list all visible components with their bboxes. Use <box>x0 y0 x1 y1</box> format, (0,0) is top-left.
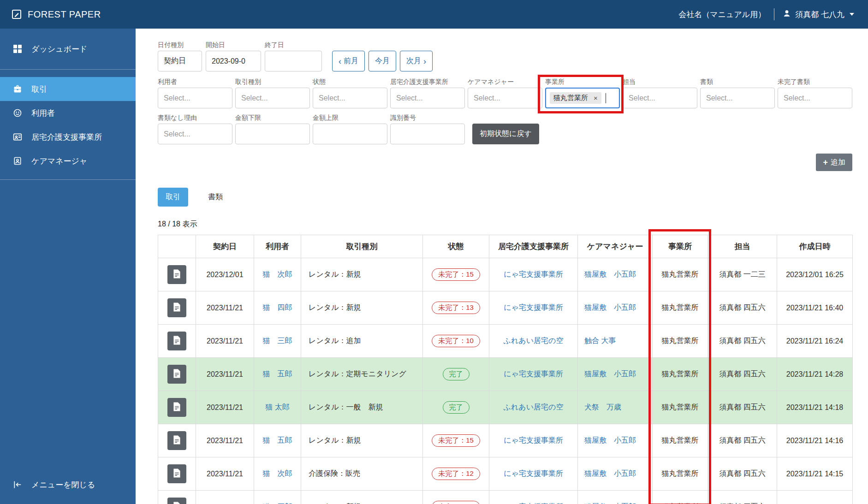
header-care-manager: ケアマネジャー <box>578 235 653 258</box>
support-office-link[interactable]: にゃ宅支援事業所 <box>504 303 563 311</box>
table-row: 2023/11/21 猫 次郎 介護保険：販売 未完了：12 にゃ宅支援事業所 … <box>158 457 853 491</box>
filter-care-manager-select[interactable]: Select... <box>468 88 542 108</box>
document-button[interactable] <box>167 332 186 350</box>
cell-branch-office: 猫丸営業所 <box>653 457 708 491</box>
status-badge: 完了 <box>443 401 470 414</box>
cell-contract-date: 2023/11/21 <box>196 325 254 358</box>
cell-staff: 須真都 四五六 <box>708 391 777 424</box>
chip-remove-icon[interactable]: × <box>590 93 601 103</box>
support-office-link[interactable]: ふれあい居宅の空 <box>504 337 564 344</box>
document-icon <box>173 502 181 504</box>
document-icon <box>173 402 181 413</box>
user-icon <box>783 9 791 20</box>
user-menu[interactable]: 須真都 七八九 <box>783 9 854 20</box>
document-icon <box>173 336 181 346</box>
next-month-button[interactable]: 次月› <box>400 51 433 71</box>
cell-contract-date: 2023/12/01 <box>196 258 254 291</box>
care-manager-link[interactable]: 猫屋敷 小五郎 <box>584 270 636 278</box>
tab-documents[interactable]: 書類 <box>200 188 231 207</box>
care-manager-link[interactable]: 猫屋敷 小五郎 <box>584 469 636 477</box>
document-icon <box>173 468 181 479</box>
document-button[interactable] <box>167 431 186 450</box>
header-transaction-type: 取引種別 <box>301 235 423 258</box>
prev-month-button[interactable]: ‹前月 <box>332 51 365 71</box>
cell-created-at: 2023/11/21 14:28 <box>777 358 853 391</box>
user-link[interactable]: 猫 次郎 <box>263 270 292 278</box>
date-type-select[interactable]: 契約日 <box>158 51 202 71</box>
end-date-input[interactable] <box>265 51 322 71</box>
filter-status-select[interactable]: Select... <box>313 88 387 108</box>
address-card-icon <box>12 132 23 142</box>
care-manager-link[interactable]: 猫屋敷 小五郎 <box>584 436 636 444</box>
sidebar-item-care-manager[interactable]: ケアマネージャ <box>0 149 136 173</box>
document-button[interactable] <box>167 498 186 504</box>
user-link[interactable]: 猫 太郎 <box>265 403 289 411</box>
sidebar-item-transactions[interactable]: 取引 <box>0 77 136 101</box>
filter-label: 日付種別 <box>158 41 202 48</box>
filter-row-extra: 書類なし理由 Select... 金額下限 金額上限 識別番号 初期状態に戻す <box>158 114 868 144</box>
sidebar-close-menu[interactable]: メニューを閉じる <box>0 470 136 499</box>
care-manager-link[interactable]: 犬祭 万歳 <box>584 403 621 411</box>
support-office-link[interactable]: ふれあい居宅の空 <box>504 403 564 411</box>
user-link[interactable]: 猫 次郎 <box>263 469 292 477</box>
support-office-link[interactable]: にゃ宅支援事業所 <box>504 270 563 278</box>
cell-branch-office: 猫丸営業所 <box>653 391 708 424</box>
table-row: 2023/11/21 猫 三郎 レンタル：追加 未完了：10 ふれあい居宅の空 … <box>158 325 853 358</box>
cell-contract-date: 2023/11/21 <box>196 424 254 457</box>
sidebar-item-support-office[interactable]: 居宅介護支援事業所 <box>0 125 136 149</box>
header-branch-office: 事業所 <box>653 235 708 258</box>
start-date-input[interactable] <box>206 51 261 71</box>
header-contract-date: 契約日 <box>196 235 254 258</box>
table-row: 2023/11/21 猫 三郎 レンタル：新規 未完了：15 にゃ宅支援事業所 … <box>158 491 853 504</box>
filter-label: 終了日 <box>265 41 322 48</box>
document-button[interactable] <box>167 398 186 417</box>
filter-label: 未完了書類 <box>778 78 852 85</box>
id-number-input[interactable] <box>390 124 465 144</box>
sidebar-item-label: ダッシュボード <box>31 44 87 54</box>
sidebar-item-users[interactable]: 利用者 <box>0 101 136 125</box>
user-link[interactable]: 猫 四郎 <box>263 303 292 311</box>
user-link[interactable]: 猫 五郎 <box>263 436 292 444</box>
user-link[interactable]: 猫 三郎 <box>263 337 292 344</box>
cell-transaction-type: レンタル：追加 <box>301 325 423 358</box>
result-count: 18 / 18 表示 <box>158 219 868 229</box>
company-name: 会社名（マニュアル用） <box>678 9 766 20</box>
user-link[interactable]: 猫 五郎 <box>263 370 292 378</box>
header-user: 利用者 <box>254 235 301 258</box>
filter-documents-select[interactable]: Select... <box>700 88 775 108</box>
document-button[interactable] <box>167 365 186 384</box>
filter-no-doc-reason-select[interactable]: Select... <box>158 124 232 144</box>
user-smile-icon <box>12 108 23 118</box>
header-created-at: 作成日時 <box>777 235 853 258</box>
brand: FOREST PAPER <box>11 8 101 20</box>
care-manager-link[interactable]: 猫屋敷 小五郎 <box>584 303 636 311</box>
filter-transaction-type-select[interactable]: Select... <box>235 88 310 108</box>
document-button[interactable] <box>167 464 186 483</box>
amount-min-input[interactable] <box>235 124 310 144</box>
care-manager-link[interactable]: 触合 大事 <box>584 337 616 344</box>
tab-transactions[interactable]: 取引 <box>158 188 188 207</box>
chip-label: 猫丸営業所 <box>550 92 590 104</box>
reset-filters-button[interactable]: 初期状態に戻す <box>472 124 539 144</box>
cell-transaction-type: レンタル：定期モニタリング <box>301 358 423 391</box>
support-office-link[interactable]: にゃ宅支援事業所 <box>504 436 563 444</box>
amount-max-input[interactable] <box>313 124 387 144</box>
date-type-value: 契約日 <box>164 56 186 66</box>
filter-placeholder: Select... <box>706 94 733 102</box>
filter-incomplete-documents-select[interactable]: Select... <box>778 88 852 108</box>
filter-staff-select[interactable]: Select... <box>623 88 697 108</box>
care-manager-link[interactable]: 猫屋敷 小五郎 <box>584 370 636 378</box>
document-button[interactable] <box>167 298 186 317</box>
support-office-link[interactable]: にゃ宅支援事業所 <box>504 370 563 378</box>
filter-label: 居宅介護支援事業所 <box>390 78 465 85</box>
table-row: 2023/11/21 猫 五郎 レンタル：定期モニタリング 完了 にゃ宅支援事業… <box>158 358 853 391</box>
document-button[interactable] <box>167 265 186 284</box>
filter-user-select[interactable]: Select... <box>158 88 232 108</box>
sidebar-item-dashboard[interactable]: ダッシュボード <box>0 29 136 69</box>
filter-office-select[interactable]: 猫丸営業所× <box>545 88 620 108</box>
support-office-link[interactable]: にゃ宅支援事業所 <box>504 469 563 477</box>
add-button[interactable]: + 追加 <box>816 154 852 171</box>
brand-logo-icon <box>11 8 22 20</box>
filter-support-office-select[interactable]: Select... <box>390 88 465 108</box>
this-month-button[interactable]: 今月 <box>369 51 396 71</box>
